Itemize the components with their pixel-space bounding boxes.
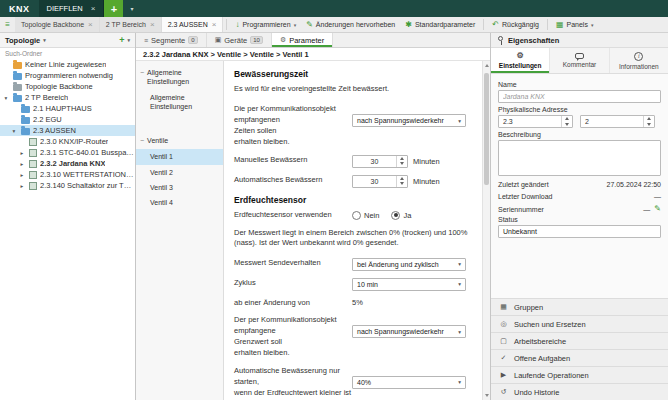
last-download-value: —: [654, 193, 661, 200]
radio-checked-icon[interactable]: [391, 211, 400, 220]
scrollbar-thumb[interactable]: [484, 73, 489, 185]
chevron-down-icon: ▾: [458, 379, 461, 385]
workspace-tab-2-tp-bereich[interactable]: 2 TP Bereich ×: [100, 17, 162, 32]
folder-icon: [13, 73, 22, 80]
aenderungen-hervorheben-button[interactable]: ✎ Änderungen hervorheben: [301, 17, 400, 32]
address-line-spinner[interactable]: 2.3: [498, 115, 573, 128]
accordion-suchen-und-ersetzen[interactable]: ◎ Suchen und Ersetzen: [491, 315, 668, 332]
accordion-arbeitsbereiche[interactable]: ▢ Arbeitsbereiche: [491, 332, 668, 349]
close-icon[interactable]: ×: [150, 20, 155, 29]
sidebar-item-2-3-140-schaltaktor[interactable]: ▸ 2.3.140 Schaltaktor zur Türöffnung AKK…: [0, 180, 135, 191]
spin-down-icon[interactable]: [397, 161, 407, 167]
param-nav-item-ventil-4[interactable]: Ventil 4: [136, 195, 223, 210]
param-nav-item-allgemeine-einstellungen[interactable]: Allgemeine Einstellungen: [136, 90, 223, 114]
radio-icon[interactable]: [352, 211, 361, 220]
spin-down-icon[interactable]: [644, 122, 654, 128]
spin-down-icon[interactable]: [397, 181, 407, 187]
edit-pencil-icon[interactable]: ✎: [654, 205, 661, 213]
accordion-laufende-operationen[interactable]: ▶ Laufende Operationen: [491, 366, 668, 383]
sidebar-item-2-1-haupthaus[interactable]: 2.1 HAUPTHAUS: [0, 103, 135, 114]
param-nav-item-ventil-2[interactable]: Ventil 2: [136, 165, 223, 180]
sidebar-item-2-3-10-wetterstation[interactable]: ▸ 2.3.10 WETTERSTATION GIRA STANDART: [0, 169, 135, 180]
expand-icon[interactable]: ▾: [10, 128, 18, 134]
vertical-scrollbar[interactable]: [482, 61, 490, 400]
new-project-tab-button[interactable]: +: [104, 0, 123, 17]
param-nav-group-ventile[interactable]: − Ventile: [136, 132, 223, 149]
last-download-row: Letzter Download —: [498, 193, 661, 200]
collapse-icon[interactable]: −: [140, 136, 144, 145]
programmieren-button[interactable]: ↓ Programmieren ▾: [230, 17, 301, 32]
sidebar-title[interactable]: Topologie: [5, 36, 40, 45]
tab-segmente[interactable]: ≡ Segmente 0: [136, 33, 207, 47]
scroll-down-icon[interactable]: [483, 391, 490, 400]
zyklus-dropdown[interactable]: 10 min ▾: [352, 278, 466, 291]
accordion-offene-aufgaben[interactable]: ✓ Offene Aufgaben: [491, 349, 668, 366]
line-icon: [21, 128, 30, 135]
expand-icon[interactable]: ▸: [18, 161, 26, 167]
expand-icon[interactable]: ▸: [18, 150, 26, 156]
rueckgaengig-label: Rückgängig: [502, 21, 539, 28]
download-icon: ↓: [235, 21, 239, 29]
accordion-gruppen[interactable]: ▦ Gruppen: [491, 298, 668, 315]
scroll-up-icon[interactable]: [483, 61, 490, 70]
add-icon[interactable]: +: [119, 35, 124, 45]
param-nav-item-ventil-1[interactable]: Ventil 1: [136, 149, 223, 164]
sensor-info-text: Der Messwert liegt in einem Bereich zwis…: [234, 228, 474, 249]
close-icon[interactable]: ×: [91, 4, 96, 13]
accordion-undo-historie[interactable]: ↺ Undo Historie: [491, 383, 668, 400]
radio-option-ja[interactable]: Ja: [391, 211, 411, 220]
expand-icon[interactable]: ▸: [18, 172, 26, 178]
workspace-tab-2-3-aussen[interactable]: 2.3 AUSSEN ×: [162, 17, 224, 32]
status-field[interactable]: Unbekannt: [498, 225, 661, 238]
zeiten-sollen-dropdown[interactable]: nach Spannungswiederkehr ▾: [352, 114, 466, 127]
close-icon[interactable]: ×: [212, 20, 217, 29]
param-label: Automatisches Bewässern: [234, 175, 352, 188]
sidebar-item-2-3-1-stc-640[interactable]: ▸ 2.3.1 STC-640.01 Busspannungsversorgun…: [0, 147, 135, 158]
sidebar-item-2-tp-bereich[interactable]: ▾ 2 TP Bereich: [0, 92, 135, 103]
close-icon[interactable]: ×: [88, 20, 93, 29]
autostart-grenzwert-dropdown[interactable]: 40% ▾: [352, 376, 466, 389]
sidebar-item-2-3-2-jardana-knx[interactable]: ▸ 2.3.2 Jardana KNX: [0, 158, 135, 169]
expand-icon[interactable]: ▸: [18, 183, 26, 189]
menu-icon[interactable]: ≡: [0, 17, 15, 32]
param-nav-item-ventil-3[interactable]: Ventil 3: [136, 180, 223, 195]
panels-button[interactable]: ▦ Panels ▾: [551, 17, 598, 32]
chevron-down-icon[interactable]: ▾: [43, 37, 46, 43]
radio-option-nein[interactable]: Nein: [352, 211, 379, 220]
parameter-icon: ⚙: [280, 36, 286, 44]
tab-informationen[interactable]: i Informationen: [610, 48, 668, 73]
spin-down-icon[interactable]: [562, 122, 572, 128]
rueckgaengig-button[interactable]: ↶ Rückgängig: [487, 17, 544, 32]
tab-kommentar[interactable]: Kommentar: [550, 48, 609, 73]
sendeverhalten-dropdown[interactable]: bei Änderung und zyklisch ▾: [352, 258, 466, 271]
collapse-icon[interactable]: −: [140, 68, 144, 86]
workspace-tab-topologie-backbone[interactable]: Topologie Backbone ×: [15, 17, 100, 32]
expand-icon[interactable]: ▾: [2, 95, 10, 101]
properties-panel: Eigenschaften ⚙ Einstellungen Kommentar …: [491, 33, 668, 400]
section-title-erdfeuchtesensor: Erdfeuchtesensor: [234, 195, 478, 205]
automatisches-bewaessern-spinner[interactable]: 30: [352, 175, 408, 188]
standardparameter-button[interactable]: ✱ Standardparameter: [400, 17, 480, 32]
last-modified-value: 27.05.2024 22:50: [607, 181, 662, 188]
manuelles-bewaessern-spinner[interactable]: 30: [352, 155, 408, 168]
sidebar-header: Topologie ▾ + ▾: [0, 33, 135, 48]
sidebar-item-topologie-backbone[interactable]: Topologie Backbone: [0, 81, 135, 92]
address-device-spinner[interactable]: 2: [580, 115, 655, 128]
chevron-down-icon[interactable]: ▾: [123, 0, 140, 17]
toolbar-separator: [483, 19, 484, 30]
project-tab-diefflen[interactable]: DIEFFLEN ×: [39, 0, 105, 17]
description-textarea[interactable]: [498, 140, 661, 176]
sidebar-item-2-3-aussen[interactable]: ▾ 2.3 AUSSEN: [0, 125, 135, 136]
tab-parameter[interactable]: ⚙ Parameter: [272, 33, 333, 47]
param-nav-group-label: Allgemeine Einstellungen: [147, 68, 220, 86]
tab-einstellungen[interactable]: ⚙ Einstellungen: [491, 48, 550, 73]
name-input[interactable]: [498, 90, 661, 103]
tab-geraete[interactable]: ▣ Geräte 10: [207, 33, 272, 47]
sidebar-item-keiner-linie-zugewiesen[interactable]: Keiner Linie zugewiesen: [0, 59, 135, 70]
chevron-down-icon[interactable]: ▾: [127, 37, 130, 43]
param-nav-group-allgemeine[interactable]: − Allgemeine Einstellungen: [136, 64, 223, 90]
sidebar-item-2-2-egu[interactable]: 2.2 EGU: [0, 114, 135, 125]
sidebar-item-2-3-0-knx-ip-router[interactable]: 2.3.0 KNX/IP-Router: [0, 136, 135, 147]
sidebar-item-programmieren-notwendig[interactable]: Programmieren notwendig: [0, 70, 135, 81]
grenzwert-dropdown[interactable]: nach Spannungswiederkehr ▾: [352, 325, 466, 338]
